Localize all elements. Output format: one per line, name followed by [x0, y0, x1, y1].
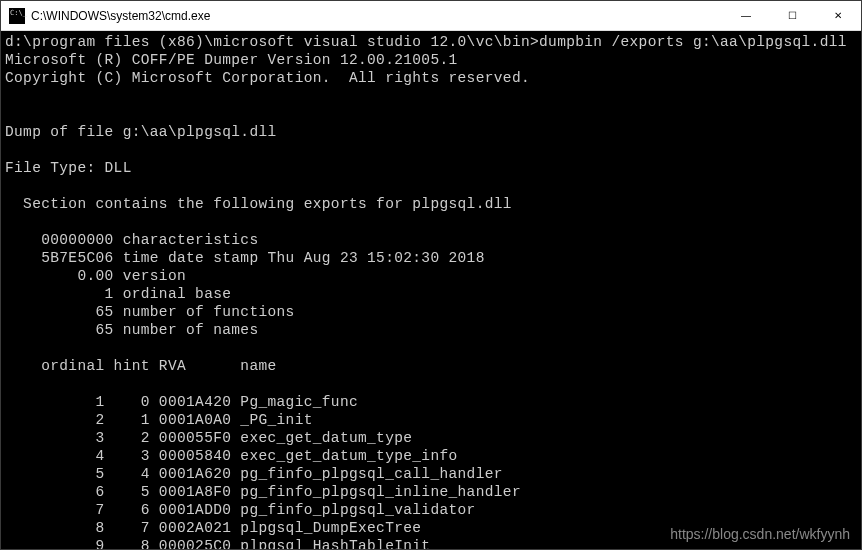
titlebar[interactable]: C:\WINDOWS\system32\cmd.exe — ☐ ✕ — [1, 1, 861, 31]
meta-ordinal-base: 1 ordinal base — [5, 286, 231, 302]
meta-num-names: 65 number of names — [5, 322, 258, 338]
meta-timestamp: 5B7E5C06 time date stamp Thu Aug 23 15:0… — [5, 250, 485, 266]
version-line: Microsoft (R) COFF/PE Dumper Version 12.… — [5, 52, 458, 68]
terminal-output[interactable]: d:\program files (x86)\microsoft visual … — [1, 31, 861, 549]
window-controls: — ☐ ✕ — [723, 1, 861, 30]
minimize-button[interactable]: — — [723, 1, 769, 30]
copyright-line: Copyright (C) Microsoft Corporation. All… — [5, 70, 530, 86]
section-header: Section contains the following exports f… — [5, 196, 512, 212]
columns-header: ordinal hint RVA name — [5, 358, 277, 374]
app-icon — [9, 8, 25, 24]
meta-characteristics: 00000000 characteristics — [5, 232, 258, 248]
window-title: C:\WINDOWS\system32\cmd.exe — [31, 9, 723, 23]
command-line: d:\program files (x86)\microsoft visual … — [5, 34, 847, 50]
meta-num-functions: 65 number of functions — [5, 304, 295, 320]
dump-of-line: Dump of file g:\aa\plpgsql.dll — [5, 124, 277, 140]
file-type-line: File Type: DLL — [5, 160, 132, 176]
maximize-button[interactable]: ☐ — [769, 1, 815, 30]
exports-block: 1 0 0001A420 Pg_magic_func 2 1 0001A0A0 … — [5, 394, 521, 549]
command-prompt-window: C:\WINDOWS\system32\cmd.exe — ☐ ✕ d:\pro… — [0, 0, 862, 550]
close-button[interactable]: ✕ — [815, 1, 861, 30]
meta-version: 0.00 version — [5, 268, 186, 284]
